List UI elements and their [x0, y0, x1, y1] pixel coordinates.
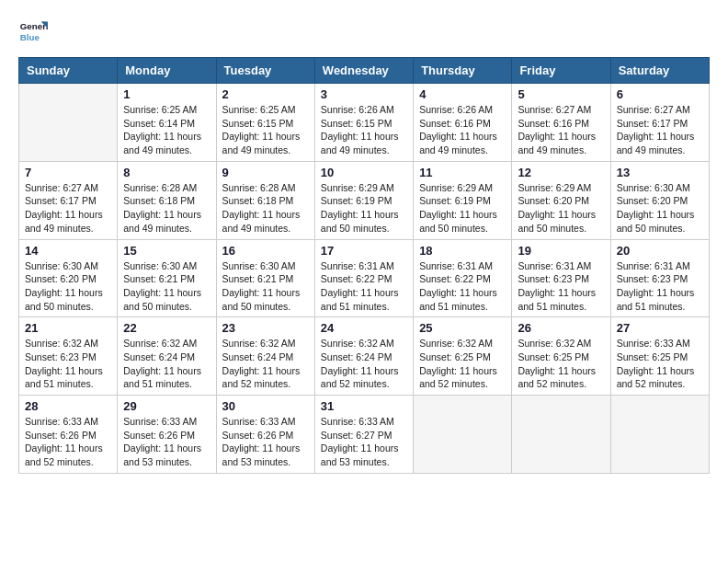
day-number: 19 [518, 244, 604, 258]
day-info: Sunrise: 6:31 AM Sunset: 6:22 PM Dayligh… [419, 259, 506, 314]
day-info: Sunrise: 6:27 AM Sunset: 6:16 PM Dayligh… [518, 103, 604, 157]
calendar-cell [512, 396, 610, 474]
day-info: Sunrise: 6:31 AM Sunset: 6:23 PM Dayligh… [518, 259, 604, 314]
day-info: Sunrise: 6:33 AM Sunset: 6:26 PM Dayligh… [25, 415, 111, 469]
day-info: Sunrise: 6:32 AM Sunset: 6:25 PM Dayligh… [518, 337, 604, 391]
logo-icon: General Blue [18, 18, 48, 48]
calendar-cell: 29Sunrise: 6:33 AM Sunset: 6:26 PM Dayli… [118, 396, 216, 474]
svg-text:Blue: Blue [20, 32, 40, 42]
calendar-cell: 15Sunrise: 6:30 AM Sunset: 6:21 PM Dayli… [118, 239, 216, 317]
week-row-2: 7Sunrise: 6:27 AM Sunset: 6:17 PM Daylig… [19, 161, 710, 239]
day-info: Sunrise: 6:28 AM Sunset: 6:18 PM Dayligh… [222, 181, 309, 236]
day-number: 6 [617, 87, 703, 101]
day-info: Sunrise: 6:32 AM Sunset: 6:24 PM Dayligh… [321, 337, 407, 391]
day-number: 21 [25, 321, 111, 335]
day-number: 25 [419, 321, 506, 335]
calendar-cell: 21Sunrise: 6:32 AM Sunset: 6:23 PM Dayli… [19, 317, 118, 396]
calendar-cell: 19Sunrise: 6:31 AM Sunset: 6:23 PM Dayli… [512, 239, 610, 317]
day-number: 11 [419, 166, 506, 179]
calendar-cell: 30Sunrise: 6:33 AM Sunset: 6:26 PM Dayli… [216, 396, 314, 474]
day-info: Sunrise: 6:26 AM Sunset: 6:15 PM Dayligh… [321, 103, 407, 157]
calendar-cell: 24Sunrise: 6:32 AM Sunset: 6:24 PM Dayli… [314, 317, 413, 396]
calendar-cell: 9Sunrise: 6:28 AM Sunset: 6:18 PM Daylig… [216, 161, 314, 239]
day-number: 1 [123, 87, 210, 101]
calendar-cell: 25Sunrise: 6:32 AM Sunset: 6:25 PM Dayli… [414, 317, 512, 396]
day-number: 3 [321, 87, 407, 101]
day-info: Sunrise: 6:33 AM Sunset: 6:25 PM Dayligh… [617, 337, 703, 391]
day-number: 17 [321, 244, 407, 258]
day-number: 13 [617, 166, 703, 179]
day-number: 16 [222, 244, 309, 258]
day-number: 29 [123, 399, 210, 413]
day-info: Sunrise: 6:33 AM Sunset: 6:26 PM Dayligh… [222, 415, 309, 469]
calendar-cell: 4Sunrise: 6:26 AM Sunset: 6:16 PM Daylig… [414, 84, 512, 162]
day-number: 22 [123, 321, 210, 335]
calendar-cell: 11Sunrise: 6:29 AM Sunset: 6:19 PM Dayli… [414, 161, 512, 239]
week-row-5: 28Sunrise: 6:33 AM Sunset: 6:26 PM Dayli… [19, 396, 710, 474]
calendar-cell: 12Sunrise: 6:29 AM Sunset: 6:20 PM Dayli… [512, 161, 610, 239]
calendar-table: SundayMondayTuesdayWednesdayThursdayFrid… [18, 57, 710, 474]
weekday-header-sunday: Sunday [19, 58, 118, 84]
day-number: 8 [123, 166, 210, 179]
day-number: 15 [123, 244, 210, 258]
calendar-cell: 6Sunrise: 6:27 AM Sunset: 6:17 PM Daylig… [610, 84, 709, 162]
calendar-cell: 3Sunrise: 6:26 AM Sunset: 6:15 PM Daylig… [314, 84, 413, 162]
day-info: Sunrise: 6:32 AM Sunset: 6:24 PM Dayligh… [123, 337, 210, 391]
logo: General Blue [18, 18, 51, 48]
day-number: 26 [518, 321, 604, 335]
calendar-cell: 7Sunrise: 6:27 AM Sunset: 6:17 PM Daylig… [19, 161, 118, 239]
day-number: 20 [617, 244, 703, 258]
calendar-cell: 27Sunrise: 6:33 AM Sunset: 6:25 PM Dayli… [610, 317, 709, 396]
day-info: Sunrise: 6:32 AM Sunset: 6:25 PM Dayligh… [419, 337, 506, 391]
calendar-cell [19, 84, 118, 162]
day-number: 24 [321, 321, 407, 335]
day-number: 23 [222, 321, 309, 335]
day-info: Sunrise: 6:29 AM Sunset: 6:20 PM Dayligh… [518, 181, 604, 236]
day-number: 27 [617, 321, 703, 335]
day-info: Sunrise: 6:27 AM Sunset: 6:17 PM Dayligh… [25, 181, 111, 236]
day-number: 14 [25, 244, 111, 258]
day-info: Sunrise: 6:30 AM Sunset: 6:21 PM Dayligh… [123, 259, 210, 314]
day-info: Sunrise: 6:25 AM Sunset: 6:15 PM Dayligh… [222, 103, 309, 157]
calendar-cell: 16Sunrise: 6:30 AM Sunset: 6:21 PM Dayli… [216, 239, 314, 317]
day-info: Sunrise: 6:27 AM Sunset: 6:17 PM Dayligh… [617, 103, 703, 157]
weekday-header-thursday: Thursday [414, 58, 512, 84]
weekday-header-row: SundayMondayTuesdayWednesdayThursdayFrid… [19, 58, 710, 84]
day-number: 10 [321, 166, 407, 179]
day-number: 12 [518, 166, 604, 179]
page-header: General Blue [18, 18, 710, 48]
calendar-cell: 18Sunrise: 6:31 AM Sunset: 6:22 PM Dayli… [414, 239, 512, 317]
weekday-header-saturday: Saturday [610, 58, 709, 84]
calendar-cell: 20Sunrise: 6:31 AM Sunset: 6:23 PM Dayli… [610, 239, 709, 317]
day-info: Sunrise: 6:31 AM Sunset: 6:22 PM Dayligh… [321, 259, 407, 314]
day-info: Sunrise: 6:30 AM Sunset: 6:20 PM Dayligh… [25, 259, 111, 314]
week-row-3: 14Sunrise: 6:30 AM Sunset: 6:20 PM Dayli… [19, 239, 710, 317]
day-info: Sunrise: 6:30 AM Sunset: 6:21 PM Dayligh… [222, 259, 309, 314]
calendar-cell: 8Sunrise: 6:28 AM Sunset: 6:18 PM Daylig… [118, 161, 216, 239]
day-number: 4 [419, 87, 506, 101]
day-info: Sunrise: 6:33 AM Sunset: 6:26 PM Dayligh… [123, 415, 210, 469]
calendar-cell: 14Sunrise: 6:30 AM Sunset: 6:20 PM Dayli… [19, 239, 118, 317]
weekday-header-friday: Friday [512, 58, 610, 84]
calendar-cell [610, 396, 709, 474]
calendar-cell: 17Sunrise: 6:31 AM Sunset: 6:22 PM Dayli… [314, 239, 413, 317]
day-number: 9 [222, 166, 309, 179]
calendar-cell: 10Sunrise: 6:29 AM Sunset: 6:19 PM Dayli… [314, 161, 413, 239]
day-info: Sunrise: 6:28 AM Sunset: 6:18 PM Dayligh… [123, 181, 210, 236]
weekday-header-wednesday: Wednesday [314, 58, 413, 84]
calendar-cell: 22Sunrise: 6:32 AM Sunset: 6:24 PM Dayli… [118, 317, 216, 396]
day-number: 28 [25, 399, 111, 413]
week-row-1: 1Sunrise: 6:25 AM Sunset: 6:14 PM Daylig… [19, 84, 710, 162]
weekday-header-tuesday: Tuesday [216, 58, 314, 84]
day-info: Sunrise: 6:25 AM Sunset: 6:14 PM Dayligh… [123, 103, 210, 157]
calendar-cell: 28Sunrise: 6:33 AM Sunset: 6:26 PM Dayli… [19, 396, 118, 474]
day-info: Sunrise: 6:29 AM Sunset: 6:19 PM Dayligh… [321, 181, 407, 236]
day-number: 5 [518, 87, 604, 101]
day-info: Sunrise: 6:33 AM Sunset: 6:27 PM Dayligh… [321, 415, 407, 469]
day-number: 2 [222, 87, 309, 101]
day-info: Sunrise: 6:30 AM Sunset: 6:20 PM Dayligh… [617, 181, 703, 236]
calendar-cell [414, 396, 512, 474]
calendar-cell: 5Sunrise: 6:27 AM Sunset: 6:16 PM Daylig… [512, 84, 610, 162]
calendar-cell: 26Sunrise: 6:32 AM Sunset: 6:25 PM Dayli… [512, 317, 610, 396]
day-info: Sunrise: 6:32 AM Sunset: 6:24 PM Dayligh… [222, 337, 309, 391]
